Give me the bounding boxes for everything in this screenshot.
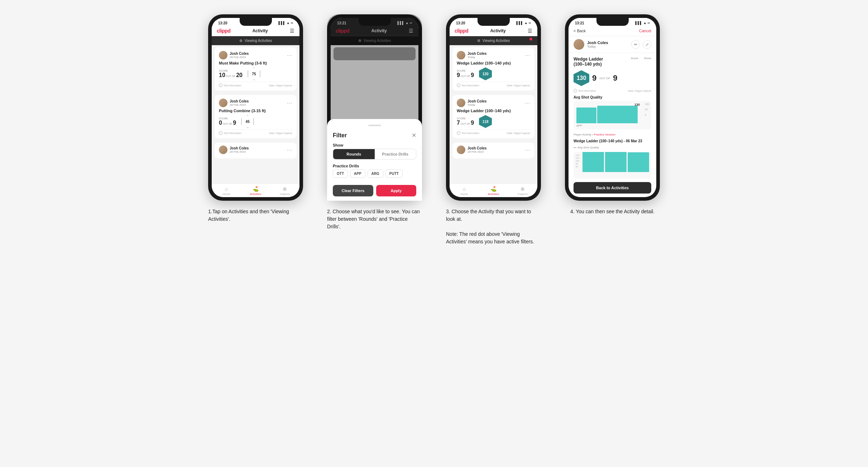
detail-user-row-4: Josh Coles Today ✏ ⤢ [569,36,656,53]
sq-badge-3-2: 118 [479,115,492,128]
card-user-3-2: Josh Coles Today [457,99,486,107]
bar-chart-4: 140 120 100 80 60 132 129 [574,152,651,178]
three-dots-1-2[interactable]: ··· [287,100,292,106]
filter-chip-ott[interactable]: OTT [333,170,348,178]
card-header-1-1: Josh Coles 28 Feb 2023 ··· [219,51,292,59]
detail-action-icons-4: ✏ ⤢ [631,40,651,49]
back-activities-btn-4[interactable]: Back to Activities [574,182,651,194]
chart-y-axis-4: 100 50 0 [645,103,649,116]
footer-left-3-1: i Test Information [457,84,479,87]
activity-card-3-1[interactable]: Josh Coles Today ··· Wedge Ladder (100–1… [452,47,534,91]
nav-capture-1[interactable]: ⊕ Capture [270,186,299,196]
nav-activities-label-3: Activities [488,192,499,196]
page-container: 13:20 ▌▌▌ ▲ ▪▪ clippd Activity ☰ ⚙ Vie [201,14,667,246]
app-logo-1: clippd [217,28,230,34]
clear-filters-btn[interactable]: Clear Filters [333,185,373,196]
score-num-3-2: 7 [457,120,460,126]
activity-card-1-1[interactable]: Josh Coles 28 Feb 2023 ··· Must Make Put… [215,47,297,91]
filter-close-btn[interactable]: ✕ [412,132,416,139]
nav-capture-label-3: Capture [518,192,528,196]
phone-column-3: 13:20 ▌▌▌ ▲ ▪▪ clippd Activity ☰ ⚙ Vie [440,14,547,246]
three-dots-3-2[interactable]: ··· [525,100,530,106]
card-header-3-2: Josh Coles Today ··· [457,99,530,107]
user-date-3-2: Today [467,103,486,106]
three-dots-3-3[interactable]: ··· [525,147,530,153]
nav-activities-1[interactable]: ⛳ Activities [241,186,270,196]
activity-card-1-3[interactable]: Josh Coles 28 Feb 2023 ··· [215,143,297,158]
caption-4: 4. You can then see the Activity detail. [570,208,654,215]
filter-show-label: Show [333,143,416,147]
score-num-1-1: 10 [219,72,225,78]
user-name-date-3-2: Josh Coles Today [467,99,486,106]
edit-icon-4[interactable]: ✏ [631,40,640,49]
viewing-bar-1[interactable]: ⚙ Viewing Activities [212,36,299,45]
phone-frame-1: 13:20 ▌▌▌ ▲ ▪▪ clippd Activity ☰ ⚙ Vie [208,14,303,201]
session-label-4: Player Activity • Practice Session [574,133,651,136]
filter-chip-putt[interactable]: PUTT [385,170,403,178]
activity-card-1-2[interactable]: Josh Coles 28 Feb 2023 ··· Putting Combi… [215,95,297,138]
filter-chip-arg[interactable]: ARG [368,170,383,178]
three-dots-1-3[interactable]: ··· [287,147,292,153]
user-name-date-1-1: Josh Coles 28 Feb 2023 [230,52,249,59]
caption-1: 1.Tap on Activities and then 'Viewing Ac… [208,208,303,223]
shots-num-3-2: 9 [471,120,474,126]
detail-title-row-4: Wedge Ladder(100–140 yds) Score Shots [574,57,651,67]
bar-4-3 [628,152,649,172]
nav-home-1[interactable]: ⌂ Home [212,186,241,196]
activities-icon-3: ⛳ [490,186,497,192]
stat-score-1-1: Score 10 OUT OF 20 [219,70,243,78]
y-axis-4: 140 120 100 80 60 [576,154,581,172]
screen-content-3: Josh Coles Today ··· Wedge Ladder (100–1… [450,45,537,184]
chart-bar-4-2 [597,106,638,124]
back-button-4[interactable]: < Back [574,29,586,33]
session-type-4: Practice Session [594,133,615,136]
detail-data-source-4: Data: Clippd Capture [628,89,651,92]
three-dots-1-1[interactable]: ··· [287,52,292,58]
three-dots-3-1[interactable]: ··· [525,52,530,58]
activity-card-3-2[interactable]: Josh Coles Today ··· Wedge Ladder (100–1… [452,95,534,138]
hamburger-icon-1[interactable]: ☰ [290,28,294,34]
out-of-1-2: OUT OF [223,123,232,125]
activity-card-3-3[interactable]: Josh Coles 28 Feb 2023 ··· [452,143,534,158]
expand-icon-4[interactable]: ⤢ [643,40,651,49]
filter-chip-app[interactable]: APP [350,170,365,178]
app-logo-3: clippd [455,28,468,34]
detail-footer-4: i Test Information Data: Clippd Capture [574,89,651,92]
nav-activities-label-1: Activities [250,192,262,196]
score-value-1-2: 0 OUT OF 9 [219,120,236,126]
bar-col-4-3: 124 [628,152,649,172]
avatar-3-3 [457,146,465,154]
nav-capture-label-1: Capture [280,192,290,196]
rounds-toggle-btn[interactable]: Rounds [333,149,375,159]
cancel-button-4[interactable]: Cancel [639,29,651,33]
practice-drills-toggle-btn[interactable]: Practice Drills [375,149,416,159]
bar-col-4-2: 129 [605,152,627,172]
user-name-1-2: Josh Coles [230,99,249,103]
wifi-icon-4: ▲ [643,21,647,25]
stats-row-3-2: Score 7 OUT OF 9 118 [457,115,530,128]
score-label-1-1: Score [219,70,243,72]
status-time-4: 13:21 [575,21,584,25]
avg-sq-label-4: ••• Avg Shot Quality [574,146,651,149]
nav-home-3[interactable]: ⌂ Home [450,186,479,196]
score-label-1-2: Score [219,117,236,120]
wedge-session-title-4: Wedge Ladder (100–140 yds) - 06 Mar 23 [574,139,651,143]
score-value-1-1: 10 OUT OF 20 [219,72,243,78]
nav-capture-3[interactable]: ⊕ Capture [508,186,537,196]
nav-activities-3[interactable]: ⛳ Activities [479,186,508,196]
activity-title-3-1: Wedge Ladder (100–140 yds) [457,61,530,65]
viewing-bar-3[interactable]: ⚙ Viewing Activities [450,36,537,45]
out-of-3-1: OUT OF [461,75,470,77]
info-icon-1-2: i [219,131,222,135]
detail-user-name-4: Josh Coles [587,40,608,45]
phone-screen-3: 13:20 ▌▌▌ ▲ ▪▪ clippd Activity ☰ ⚙ Vie [450,18,537,197]
drag-handle [368,125,381,126]
detail-activity-title-4: Wedge Ladder(100–140 yds) [574,57,631,67]
hamburger-icon-3[interactable]: ☰ [528,28,532,34]
caption-2: 2. Choose what you'd like to see. You ca… [327,208,422,230]
detail-hex-4: 130 [574,70,589,86]
detail-score-num-4: 9 [592,73,596,83]
detail-user-left-4: Josh Coles Today [574,39,608,50]
apply-filter-btn[interactable]: Apply [376,185,417,196]
phone-frame-3: 13:20 ▌▌▌ ▲ ▪▪ clippd Activity ☰ ⚙ Vie [446,14,541,201]
